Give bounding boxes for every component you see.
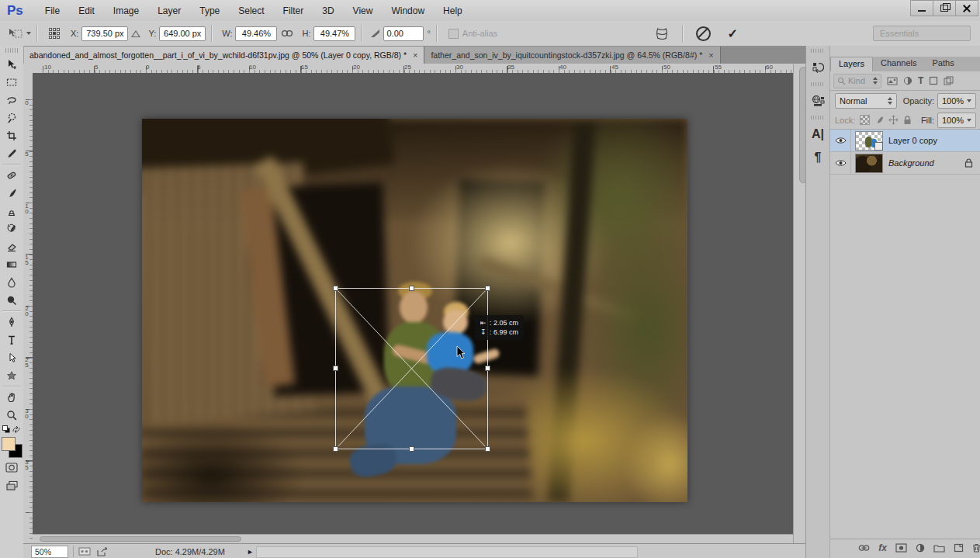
quick-mask-button[interactable] (0, 459, 23, 477)
new-adjustment-layer-button[interactable] (916, 543, 925, 553)
menu-type[interactable]: Type (190, 1, 229, 21)
move-tool[interactable] (0, 55, 23, 73)
foreground-color-swatch[interactable] (2, 437, 16, 451)
pen-tool[interactable] (0, 313, 23, 331)
height-scale-input[interactable]: 49.47% (313, 26, 355, 41)
menu-view[interactable]: View (344, 1, 383, 21)
add-layer-mask-button[interactable] (895, 543, 907, 553)
lock-position-button[interactable] (888, 115, 899, 125)
new-layer-button[interactable] (954, 543, 964, 553)
layer-row-background[interactable]: Background (830, 152, 980, 175)
x-position-input[interactable]: 739.50 px (81, 26, 128, 41)
status-options-arrow[interactable]: ► (247, 548, 254, 556)
burn-tool[interactable] (0, 291, 23, 309)
y-position-input[interactable]: 649.00 px (159, 26, 206, 41)
reference-point-locator[interactable] (49, 28, 60, 39)
menu-layer[interactable]: Layer (148, 1, 190, 21)
layer-thumbnail[interactable] (855, 131, 883, 151)
mini-bridge-panel-button[interactable] (806, 89, 829, 113)
status-thumbnail-icon[interactable] (78, 547, 91, 556)
layer-thumbnail[interactable] (855, 154, 883, 173)
filter-adjustment-layers-button[interactable] (903, 76, 912, 85)
anti-alias-checkbox[interactable] (448, 29, 459, 39)
history-panel-button[interactable] (806, 56, 829, 79)
free-transform-bounding-box[interactable] (335, 288, 488, 449)
vertical-scrollbar[interactable] (793, 64, 806, 543)
angle-input[interactable]: 0.00 (383, 26, 424, 41)
menu-filter[interactable]: Filter (274, 1, 313, 21)
paragraph-panel-button[interactable]: ¶ (806, 146, 829, 169)
lasso-tool[interactable] (0, 91, 23, 109)
horizontal-scrollbar-thumb[interactable] (40, 536, 241, 542)
filter-type-layers-button[interactable]: T (918, 75, 923, 86)
lock-all-button[interactable] (903, 116, 912, 125)
custom-shape-tool[interactable] (0, 366, 23, 384)
zoom-tool[interactable] (0, 406, 23, 424)
layer-style-button[interactable]: fx (878, 542, 887, 553)
filter-smart-objects-button[interactable] (944, 76, 954, 85)
quick-selection-tool[interactable] (0, 109, 23, 127)
panel-grip[interactable] (811, 116, 825, 120)
clone-stamp-tool[interactable] (0, 202, 23, 220)
link-dimensions-icon[interactable] (281, 29, 293, 37)
transform-handle-sw[interactable] (333, 446, 338, 452)
brush-tool[interactable] (0, 184, 23, 202)
workspace-switcher[interactable]: Essentials (873, 26, 971, 41)
menu-file[interactable]: File (36, 1, 69, 21)
fill-input[interactable]: 100% (937, 113, 976, 128)
filter-kind-dropdown[interactable]: Kind (833, 74, 881, 88)
blur-tool[interactable] (0, 273, 23, 291)
document-size-readout[interactable]: Doc: 4.29M/4.29M (155, 547, 225, 556)
document-tab-active[interactable]: abandoned_and_almost_forgotten__part_i_o… (23, 47, 424, 64)
rectangular-marquee-tool[interactable] (0, 73, 23, 91)
transform-handle-nw[interactable] (333, 286, 338, 291)
commit-transform-button[interactable]: ✓ (728, 26, 738, 41)
close-tab-icon[interactable]: × (708, 50, 713, 60)
lock-transparency-button[interactable] (860, 115, 870, 125)
menu-window[interactable]: Window (382, 1, 434, 21)
transform-handle-se[interactable] (485, 446, 490, 452)
spot-healing-brush-tool[interactable] (0, 166, 23, 184)
transform-handle-w[interactable] (333, 366, 338, 371)
type-tool[interactable] (0, 331, 23, 348)
lock-pixels-button[interactable] (874, 116, 884, 125)
restore-button[interactable] (933, 0, 956, 16)
link-layers-button[interactable] (858, 544, 870, 552)
menu-edit[interactable]: Edit (69, 1, 104, 21)
delete-layer-button[interactable] (972, 543, 980, 553)
transform-handle-n[interactable] (409, 286, 414, 291)
screen-mode-button[interactable] (0, 477, 23, 494)
menu-help[interactable]: Help (434, 1, 472, 21)
panel-grip[interactable] (5, 48, 18, 53)
history-brush-tool[interactable] (0, 220, 23, 237)
menu-select[interactable]: Select (229, 1, 273, 21)
layer-name[interactable]: Layer 0 copy (888, 136, 937, 145)
layer-name[interactable]: Background (888, 158, 934, 168)
swap-colors-icon[interactable] (12, 425, 21, 434)
tab-paths[interactable]: Paths (925, 57, 962, 71)
hand-tool[interactable] (0, 388, 23, 406)
layer-visibility-toggle[interactable] (830, 130, 851, 151)
gradient-tool[interactable] (0, 255, 23, 273)
close-button[interactable] (955, 0, 978, 16)
default-colors-icon[interactable] (2, 425, 11, 434)
transform-handle-s[interactable] (409, 446, 414, 452)
panel-grip[interactable] (811, 82, 825, 86)
character-panel-button[interactable]: A| (806, 123, 829, 146)
filter-pixel-layers-button[interactable] (887, 77, 898, 85)
status-export-icon[interactable] (97, 547, 109, 556)
layer-row-layer0copy[interactable]: Layer 0 copy (830, 130, 980, 152)
eraser-tool[interactable] (0, 237, 23, 255)
document-tab-inactive[interactable]: father_and_son_iv_by_iquitcountingstock-… (424, 47, 720, 64)
filter-shape-layers-button[interactable] (929, 76, 938, 85)
path-selection-tool[interactable] (0, 348, 23, 366)
warp-mode-icon[interactable] (655, 27, 669, 40)
transform-handle-e[interactable] (485, 366, 490, 371)
relative-position-icon[interactable] (131, 30, 140, 37)
panel-grip[interactable] (811, 49, 825, 53)
transform-handle-ne[interactable] (485, 286, 490, 291)
cancel-transform-button[interactable] (696, 26, 711, 41)
tool-preset-picker[interactable] (8, 28, 31, 39)
blend-mode-select[interactable]: Normal (835, 93, 897, 109)
eyedropper-tool[interactable] (0, 144, 23, 162)
